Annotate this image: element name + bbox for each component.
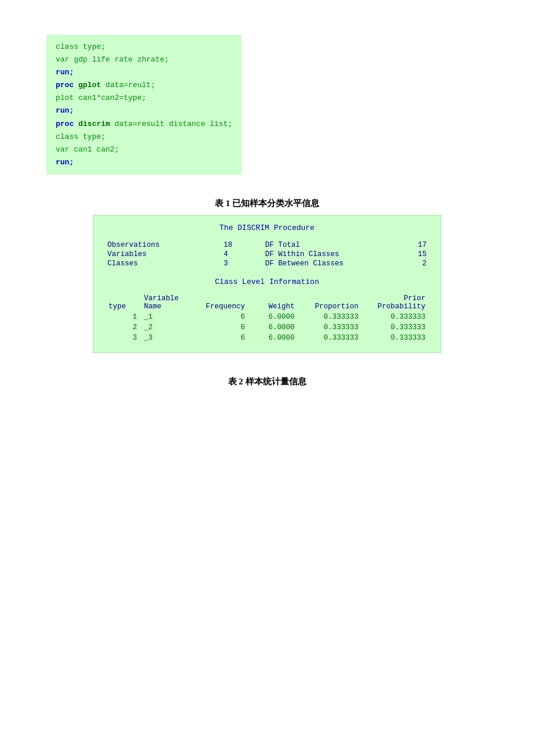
- cli-table: type VariableName Frequency Weight Propo…: [105, 293, 429, 343]
- stats-row-3: Classes 3 DF Between Classes 2: [105, 259, 429, 268]
- cli-title: Class Level Information: [105, 278, 429, 286]
- code-line-9: var can1 can2;: [56, 143, 232, 156]
- code-line-5: plot can1*can2=type;: [56, 92, 232, 105]
- code-line-10: run;: [56, 156, 232, 169]
- code-line-2: var gdp life rate zhrate;: [56, 53, 232, 66]
- code-line-3: run;: [56, 66, 232, 79]
- cli-row-2: 2 _2 6 6.0000 0.333333 0.333333: [105, 322, 429, 333]
- cli-row-1: 1 _1 6 6.0000 0.333333 0.333333: [105, 312, 429, 322]
- th-varname: VariableName: [140, 293, 192, 312]
- table2-section: 表 2 样本统计量信息: [46, 376, 488, 387]
- cli-row-3: 3 _3 6 6.0000 0.333333 0.333333: [105, 333, 429, 343]
- th-frequency: Frequency: [192, 293, 248, 312]
- code-line-8: class type;: [56, 131, 232, 143]
- table1-section: 表 1 已知样本分类水平信息 The DISCRIM Procedure Obs…: [46, 198, 488, 353]
- stats-row-2: Variables 4 DF Within Classes 15: [105, 250, 429, 259]
- code-block: class type; var gdp life rate zhrate; ru…: [46, 35, 241, 175]
- th-weight: Weight: [248, 293, 298, 312]
- stats-row-1: Observations 18 DF Total 17: [105, 240, 429, 250]
- table1-title: 表 1 已知样本分类水平信息: [46, 198, 488, 209]
- discrim-table: The DISCRIM Procedure Observations 18 DF…: [93, 215, 441, 353]
- code-line-4: proc gplot data=reult;: [56, 79, 232, 92]
- th-prior: PriorProbability: [362, 293, 429, 312]
- th-proportion: Proportion: [298, 293, 362, 312]
- code-line-1: class type;: [56, 41, 232, 53]
- proc-title: The DISCRIM Procedure: [105, 224, 429, 232]
- code-line-6: run;: [56, 105, 232, 117]
- th-type: type: [105, 293, 140, 312]
- table2-title: 表 2 样本统计量信息: [46, 376, 488, 387]
- code-line-7: proc discrim data=result distance list;: [56, 118, 232, 131]
